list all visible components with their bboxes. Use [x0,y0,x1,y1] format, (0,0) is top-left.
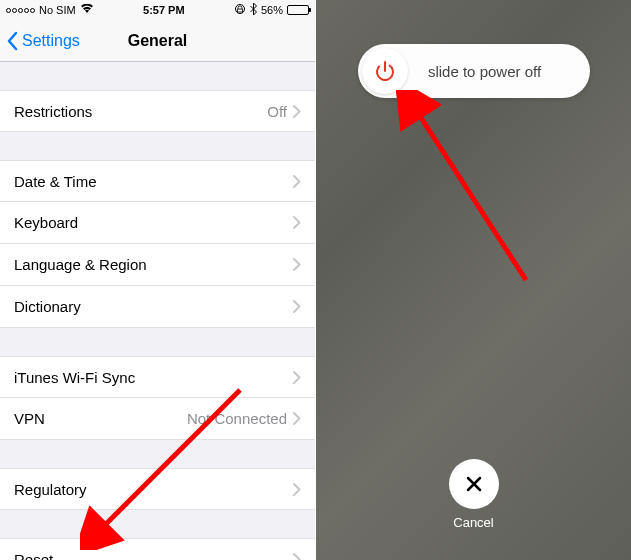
chevron-right-icon [293,371,301,384]
cell-label: Restrictions [14,103,267,120]
cell-keyboard[interactable]: Keyboard [0,202,315,244]
battery-pct-label: 56% [261,4,283,16]
wifi-icon [80,3,94,17]
chevron-left-icon [6,31,18,51]
chevron-right-icon [293,483,301,496]
cell-label: VPN [14,410,187,427]
cell-label: Dictionary [14,298,293,315]
power-icon [373,59,397,83]
cell-value: Not Connected [187,410,287,427]
carrier-label: No SIM [39,4,76,16]
cell-reset[interactable]: Reset [0,538,315,560]
cell-date-time[interactable]: Date & Time [0,160,315,202]
cell-regulatory[interactable]: Regulatory [0,468,315,510]
cancel-label: Cancel [453,515,493,530]
power-off-screen: slide to power off Cancel [316,0,631,560]
nav-bar: Settings General [0,20,315,62]
chevron-right-icon [293,300,301,313]
bluetooth-icon [250,3,257,17]
cell-language-region[interactable]: Language & Region [0,244,315,286]
chevron-right-icon [293,258,301,271]
cell-label: iTunes Wi-Fi Sync [14,369,293,386]
cell-label: Keyboard [14,214,293,231]
cancel-circle[interactable] [449,459,499,509]
cell-label: Language & Region [14,256,293,273]
cell-restrictions[interactable]: Restrictions Off [0,90,315,132]
signal-icon [6,8,35,13]
close-icon [464,474,484,494]
slide-text: slide to power off [408,63,586,80]
cell-value: Off [267,103,287,120]
cell-label: Regulatory [14,481,293,498]
back-label: Settings [22,32,80,50]
cell-itunes-sync[interactable]: iTunes Wi-Fi Sync [0,356,315,398]
chevron-right-icon [293,175,301,188]
cancel-button[interactable]: Cancel [449,459,499,530]
orientation-lock-icon [234,3,246,17]
chevron-right-icon [293,105,301,118]
power-off-slider[interactable]: slide to power off [358,44,590,98]
cell-label: Reset [14,551,293,561]
battery-icon [287,5,309,15]
settings-general-screen: No SIM 5:57 PM 56% Settings [0,0,315,560]
power-knob[interactable] [362,48,408,94]
chevron-right-icon [293,412,301,425]
settings-list: Restrictions Off Date & Time Keyboard La… [0,62,315,560]
cell-vpn[interactable]: VPN Not Connected [0,398,315,440]
back-button[interactable]: Settings [0,31,80,51]
clock-label: 5:57 PM [143,4,185,16]
chevron-right-icon [293,216,301,229]
cell-label: Date & Time [14,173,293,190]
chevron-right-icon [293,553,301,561]
cell-dictionary[interactable]: Dictionary [0,286,315,328]
status-bar: No SIM 5:57 PM 56% [0,0,315,20]
